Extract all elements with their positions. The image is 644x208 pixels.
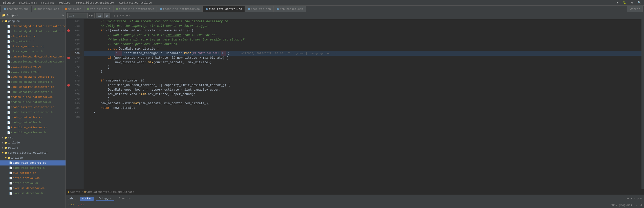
debug-step-out-icon[interactable]: ⬆ — [634, 197, 636, 200]
sidebar-item-goog-network-h[interactable]: 📄 goog_cc_network_control.h — [0, 79, 66, 85]
case-sensitive-btn[interactable]: Cc — [96, 13, 103, 18]
sidebar-item-overuse-cc[interactable]: 📄 overuse_detector.cc — [0, 186, 66, 191]
tab-worker[interactable]: worker — [627, 6, 643, 12]
sidebar-item-include-sub[interactable]: ▼ 📁 include — [0, 155, 66, 160]
sidebar-item-alr-cc[interactable]: 📄 alr_detector.cc — [0, 34, 66, 39]
code-area[interactable]: // low bitrate. If an encoder can not pr… — [84, 19, 641, 189]
status-bar: ⚠ 11 ✕ 15 CSDN @dog.hei... ⚙ — [66, 202, 644, 208]
sidebar-item-bwe-cc[interactable]: 📄 bwe_defines.cc — [0, 171, 66, 176]
toolbar-search-icon[interactable]: 🔍 — [636, 1, 642, 4]
tab-rtp-packet-cpp[interactable]: rtp_packet.cpp — [274, 6, 306, 12]
word-btn[interactable]: W — [104, 13, 110, 18]
comment-366: // We allow a bit more lag at very low r… — [108, 37, 244, 42]
sidebar-header: 📁 Project ⚙ — [0, 12, 66, 19]
toolbar-separator-2 — [112, 13, 112, 18]
sidebar-gear-icon[interactable]: ⚙ — [62, 14, 63, 17]
sidebar-item-delay-cc[interactable]: 📄 delay_based_bwe.cc — [0, 64, 66, 69]
debug-run-to-cursor-icon[interactable]: ▷ — [637, 197, 639, 200]
tab-trendline-h[interactable]: trendline_estimator.h — [113, 6, 157, 12]
indent — [86, 56, 108, 60]
sidebar-item-probe-ctrl-cc[interactable]: 📄 probe_controller.cc — [0, 115, 66, 120]
worker-badge[interactable]: worker — [80, 197, 94, 201]
tab-aimd-rate-control-cc[interactable]: aimd_rate_control.cc — [203, 6, 245, 12]
plain-370: (new_bitrate > current_bitrate_ && new_b… — [112, 56, 228, 60]
sidebar-item-remote-bitrate[interactable]: ▼ 📁 remote_bitrate_estimator — [0, 150, 66, 155]
nav-down-icon[interactable]: ↓ — [117, 14, 119, 17]
sidebar-item-overuse-h[interactable]: 📄 overuse_detector.h — [0, 191, 66, 196]
search-input[interactable] — [67, 13, 88, 18]
sidebar-item-link-cap-cc[interactable]: 📄 link_capacity_estimator.cc — [0, 85, 66, 90]
menu-aimd-rate-control[interactable]: aimd_rate_control.cc — [117, 1, 153, 4]
sidebar-item-goog-network-cc[interactable]: 📄 goog_cc_network_control.cc — [0, 74, 66, 79]
sidebar-item-trendline-est-h[interactable]: 📄 trendline_estimator.h — [0, 130, 66, 135]
folder-icon-rtp: 📁 — [4, 136, 7, 139]
menu-modules[interactable]: modules — [57, 1, 72, 4]
sidebar-item-probe-bitrate-cc[interactable]: 📄 probe_bitrate_estimator.cc — [0, 105, 66, 110]
plain-379: } — [108, 97, 110, 101]
debug-step-over-icon[interactable]: ⏭ — [627, 197, 629, 200]
indent — [86, 110, 93, 115]
sidebar-item-probe-bitrate-h[interactable]: 📄 probe_bitrate_estimator.h — [0, 110, 66, 115]
gutter-369[interactable]: → — [66, 51, 71, 56]
sidebar-item-alr-h[interactable]: 📄 alr_detector.h — [0, 39, 66, 44]
sidebar-item-goog-cc[interactable]: ▼ 📁 goog_cc — [0, 19, 66, 24]
toolbar-settings-icon[interactable]: ⚙ — [630, 1, 634, 4]
sidebar-item-median-h[interactable]: 📄 median_slope_estimator.h — [0, 100, 66, 105]
sidebar-item-delay-h[interactable]: 📄 delay_based_bwe.h — [0, 69, 66, 74]
sidebar-title: Project — [7, 14, 18, 17]
nav-up-icon[interactable]: ↑ — [114, 14, 116, 17]
tab-transport-cpp[interactable]: transport.cpp — [1, 6, 31, 12]
settings-icon-status[interactable]: ⚙ — [640, 203, 642, 207]
plain-382: } — [93, 110, 95, 115]
sidebar-item-inter-arrival-h[interactable]: 📄 inter_arrival.h — [0, 181, 66, 186]
folder-icon-remote: 📁 — [4, 151, 7, 154]
debug-tab-debugger[interactable]: Debugger — [96, 196, 114, 201]
sidebar-item-bitrate-est-h[interactable]: 📄 bitrate_estimator.h — [0, 49, 66, 54]
menu-remote-bitrate-estimator[interactable]: remote_bitrate_estimator — [73, 1, 116, 4]
breadcrumb-function: AimdRateControl::ClampBitrate — [86, 191, 134, 194]
sidebar-item-aimd-cc[interactable]: 📄 aimd_rate_control.cc — [0, 160, 66, 165]
plain-373: } — [101, 69, 102, 74]
scroll-overview[interactable] — [641, 19, 644, 189]
plain-369d: ( — [191, 51, 193, 56]
gutter-364[interactable] — [66, 28, 71, 33]
sidebar-item-probe-ctrl-h[interactable]: 📄 probe_controller.h — [0, 120, 66, 125]
sidebar-item-link-cap-h[interactable]: 📄 link_capacity_estimator.h — [0, 90, 66, 95]
toolbar-run-icon[interactable]: ▶ — [615, 1, 620, 4]
more-icon[interactable]: ≫ — [125, 14, 128, 17]
tab-dot-rtcp — [248, 8, 250, 10]
sidebar-item-cong-h[interactable]: 📄 congestion_window_pushback_contr... — [0, 59, 66, 64]
sidebar-item-bitrate-est-cc[interactable]: 📄 bitrate_estimator.cc — [0, 44, 66, 49]
tab-publisher-cpp[interactable]: publisher.cpp — [32, 6, 62, 12]
code-line-378: new_bitrate = std :: min (new_bitrate, u… — [84, 92, 641, 97]
menu-bitrate[interactable]: BitRate — [2, 1, 16, 4]
menu-third-party[interactable]: third_party — [17, 1, 39, 4]
sidebar-item-aimd-h[interactable]: 📄 aimd_rate_control.h — [0, 165, 66, 171]
comment-362: // low bitrate. If an encoder can not pr… — [101, 19, 228, 24]
plain-369f: ); — [226, 51, 229, 56]
debug-tab-console[interactable]: Console — [116, 196, 133, 201]
sidebar-item-rtp[interactable]: ▶ 📁 rtp — [0, 135, 66, 140]
tab-trendline-cc[interactable]: trendline_estimator.cc — [157, 6, 202, 12]
sidebar-item-ack-bitrate-h[interactable]: 📄 acknowledged_bitrate_estimator.h — [0, 29, 66, 34]
wrap-icon[interactable]: ⌘ — [122, 14, 124, 17]
sidebar-item-median-cc[interactable]: 📄 median_slope_estimator.cc — [0, 95, 66, 100]
sidebar-item-ack-bitrate-cc[interactable]: 📄 acknowledged_bitrate_estimator.cc — [0, 24, 66, 29]
sidebar-item-pacing[interactable]: ▶ 📁 pacing — [0, 145, 66, 150]
close-search-icon[interactable]: ✕ — [129, 14, 131, 17]
gutter-376[interactable] — [66, 83, 71, 88]
filter-icon[interactable]: ≡ — [120, 14, 121, 17]
tab-main-cpp[interactable]: main.cpp — [62, 6, 84, 12]
line-annotation-369: qw225967, 2023/6/27, 10:18 上午 · [chore] … — [240, 51, 337, 56]
tab-tcc-client-h[interactable]: tcc_client.h — [84, 6, 113, 12]
menu-rtc-base[interactable]: rtc_base — [40, 1, 56, 4]
sidebar-item-cong-cc[interactable]: 📄 congestion_window_pushback_contr... — [0, 54, 66, 59]
debug-step-into-icon[interactable]: ⬇ — [631, 197, 633, 200]
toolbar-debug-icon[interactable]: 🐛 — [621, 1, 628, 4]
sidebar-item-inter-arrival-cc[interactable]: 📄 inter_arrival.cc — [0, 176, 66, 181]
sidebar-item-include-top[interactable]: ▶ 📁 include — [0, 140, 66, 145]
tab-rtcp-tcc-cpp[interactable]: rtcp_tcc.cpp — [245, 6, 274, 12]
sidebar-item-trendline-est-cc[interactable]: 📄 trendline_estimator.cc — [0, 125, 66, 130]
gutter-370[interactable] — [66, 56, 71, 60]
debug-settings-icon[interactable]: ⚙ — [640, 197, 642, 200]
